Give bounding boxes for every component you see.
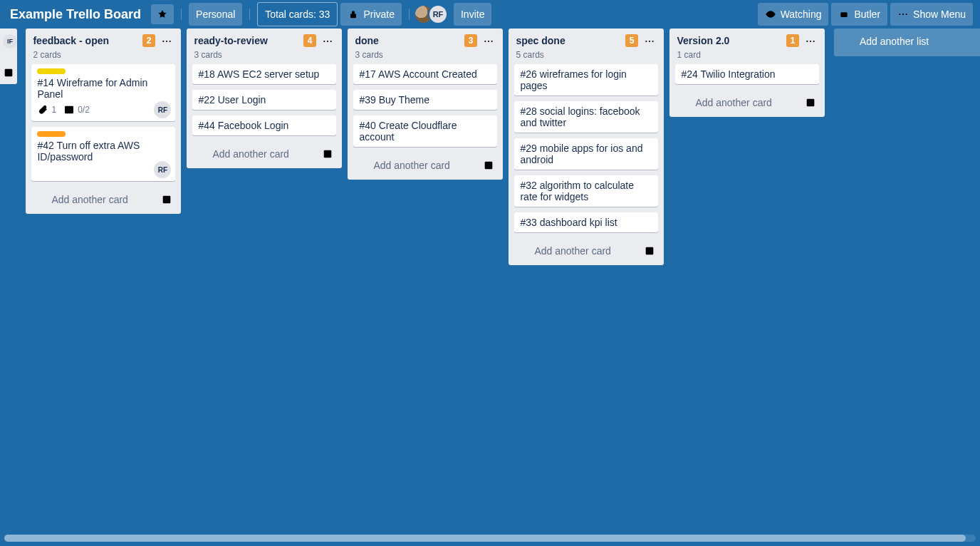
add-list-button[interactable]: Add another list <box>834 29 980 56</box>
watching-button[interactable]: Watching <box>758 3 829 26</box>
checklist-count: 0/2 <box>78 105 90 115</box>
add-card-button[interactable]: Add another card <box>194 145 320 163</box>
card[interactable]: #28 social logins: facebook and twitter <box>514 101 658 133</box>
template-icon <box>644 245 655 257</box>
visibility-button[interactable]: Private <box>340 3 402 26</box>
invite-label: Invite <box>461 7 484 21</box>
list-header: ready-to-review4 <box>192 34 336 50</box>
card[interactable]: #26 wireframes for login pages <box>514 64 658 96</box>
team-label: Personal <box>196 7 235 21</box>
template-icon <box>161 194 172 205</box>
list-subtitle: 3 cards <box>192 50 336 64</box>
plus-icon <box>679 97 691 108</box>
card-title: #44 Facebook Login <box>198 120 330 131</box>
card-labels <box>37 68 170 74</box>
card[interactable]: #40 Create Cloudflare account <box>353 115 497 147</box>
invite-button[interactable]: Invite <box>454 3 491 26</box>
list-title[interactable]: feedback - open <box>33 34 137 47</box>
list-menu-button[interactable] <box>160 34 174 48</box>
list-menu-button[interactable] <box>803 34 818 48</box>
card[interactable]: #39 Buy Theme <box>353 90 497 110</box>
card-title: #39 Buy Theme <box>359 94 491 105</box>
card[interactable]: #32 algorithm to calculate rate for widg… <box>514 175 658 207</box>
card[interactable]: #42 Turn off extra AWS ID/passwordRF <box>31 127 175 181</box>
list-footer: Add another card <box>31 187 175 210</box>
list[interactable]: ready-to-review43 cards#18 AWS EC2 serve… <box>187 29 342 168</box>
list-menu-button[interactable] <box>481 34 496 48</box>
add-card-button[interactable]: Add another card <box>516 242 642 259</box>
template-icon <box>322 148 333 160</box>
template-button[interactable] <box>3 67 14 78</box>
list-footer: Add another card <box>514 238 658 261</box>
count-badge: 1 <box>786 34 800 47</box>
card[interactable]: #24 Twilio Integration <box>675 64 819 84</box>
create-from-template-button[interactable] <box>642 244 657 258</box>
list[interactable]: Version 2.011 card#24 Twilio Integration… <box>669 29 825 117</box>
add-card-button[interactable]: Add another card <box>677 94 803 111</box>
card-title: #32 algorithm to calculate rate for widg… <box>520 180 652 202</box>
list-menu-button[interactable] <box>642 34 657 48</box>
plus-icon <box>358 160 369 171</box>
count-badge: 4 <box>303 34 317 47</box>
dots-icon <box>161 36 172 47</box>
team-button[interactable]: Personal <box>189 3 242 26</box>
dots-icon <box>897 9 909 20</box>
list[interactable]: feedback - open22 cards#14 Wireframe for… <box>26 29 181 214</box>
count-badge: 3 <box>464 34 478 47</box>
card[interactable]: #18 AWS EC2 server setup <box>192 64 336 84</box>
create-from-template-button[interactable] <box>160 192 174 207</box>
offscreen-list-peek[interactable]: IF <box>0 29 17 84</box>
list-title[interactable]: spec done <box>516 34 620 47</box>
list-menu-button[interactable] <box>320 34 335 48</box>
star-icon <box>157 9 168 20</box>
add-card-label: Add another card <box>534 245 610 257</box>
avatar[interactable]: RF <box>428 4 448 24</box>
butler-button[interactable]: Butler <box>831 3 887 26</box>
horizontal-scrollbar[interactable] <box>4 535 976 542</box>
plus-icon <box>518 245 530 257</box>
board-canvas[interactable]: IF feedback - open22 cards#14 Wireframe … <box>0 29 980 546</box>
list-title[interactable]: ready-to-review <box>194 34 298 47</box>
add-card-button[interactable]: Add another card <box>33 191 160 208</box>
list[interactable]: spec done55 cards#26 wireframes for logi… <box>509 29 664 265</box>
card[interactable]: #17 AWS Account Created <box>353 64 497 84</box>
card[interactable]: #44 Facebook Login <box>192 115 336 135</box>
dots-icon <box>805 36 816 47</box>
card[interactable]: #29 mobile apps for ios and android <box>514 138 658 170</box>
add-card-label: Add another card <box>695 97 771 108</box>
member-avatars[interactable]: RF <box>419 4 448 24</box>
add-list-label: Add another list <box>860 36 929 47</box>
divider <box>181 9 182 20</box>
create-from-template-button[interactable] <box>320 147 335 161</box>
count-badge: 2 <box>142 34 156 47</box>
card[interactable]: #22 User Login <box>192 90 336 110</box>
list-title[interactable]: Version 2.0 <box>677 34 781 47</box>
avatar[interactable]: IF <box>3 34 17 48</box>
create-from-template-button[interactable] <box>803 96 818 110</box>
divider <box>249 9 250 20</box>
scrollbar-thumb[interactable] <box>4 535 966 542</box>
card-title: #40 Create Cloudflare account <box>359 120 491 143</box>
label-pill[interactable] <box>37 68 66 74</box>
board-title[interactable]: Example Trello Board <box>7 4 148 25</box>
card-title: #24 Twilio Integration <box>681 68 813 80</box>
list-subtitle: 1 card <box>675 50 819 64</box>
card[interactable]: #14 Wireframe for Admin Panel10/2RF <box>31 64 175 121</box>
template-icon <box>3 67 14 78</box>
label-pill[interactable] <box>37 131 66 137</box>
card[interactable]: #33 dashboard kpi list <box>514 212 658 232</box>
create-from-template-button[interactable] <box>481 158 496 172</box>
list-subtitle: 2 cards <box>31 50 175 64</box>
lock-icon <box>348 9 359 20</box>
total-cards-button[interactable]: Total cards: 33 <box>257 2 338 26</box>
card-member-avatar[interactable]: RF <box>154 161 171 178</box>
card-labels <box>37 131 170 137</box>
list[interactable]: done33 cards#17 AWS Account Created#39 B… <box>348 29 503 180</box>
list-title[interactable]: done <box>355 34 459 47</box>
add-card-button[interactable]: Add another card <box>355 157 481 174</box>
template-icon <box>483 160 494 171</box>
show-menu-button[interactable]: Show Menu <box>890 3 973 26</box>
star-button[interactable] <box>151 4 174 24</box>
attachment-badge: 1 <box>37 104 56 115</box>
total-cards-label: Total cards: 33 <box>265 7 330 21</box>
